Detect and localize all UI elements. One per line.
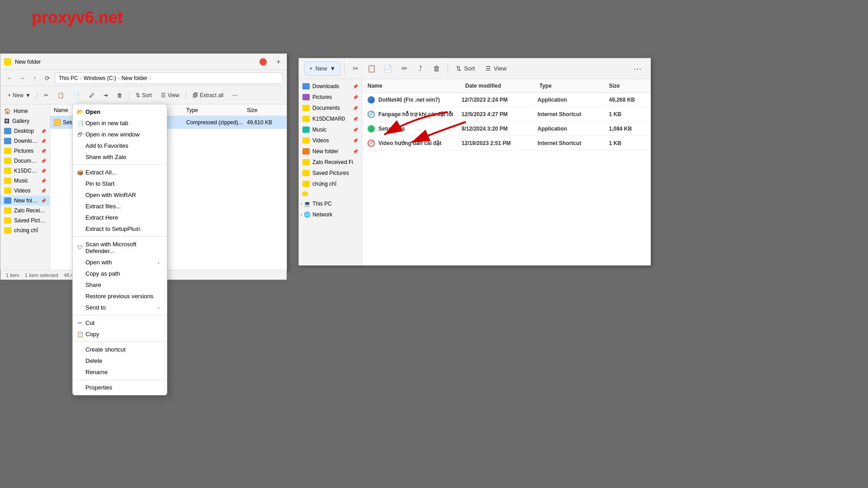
- up-button[interactable]: ↑: [29, 73, 40, 84]
- col-size-header[interactable]: Size: [247, 107, 283, 113]
- view-button[interactable]: ☰ View: [157, 89, 183, 102]
- sidebar2-videos[interactable]: Videos 📌: [299, 135, 362, 146]
- sidebar2-saved[interactable]: Saved Pictures: [299, 168, 362, 178]
- sidebar2-new-folder[interactable]: New folder 📌: [299, 146, 362, 157]
- sidebar-item-saved-pictures[interactable]: Saved Pictures: [0, 216, 50, 225]
- sidebar-item-home[interactable]: 🏠 Home: [0, 106, 50, 116]
- sort-button[interactable]: ⇅ Sort: [132, 89, 156, 102]
- sidebar-item-desktop[interactable]: Desktop 📌: [0, 126, 50, 136]
- paste-button[interactable]: 📄: [70, 89, 84, 102]
- rename-button[interactable]: 🖉: [85, 89, 98, 102]
- file2-size-dotnet: 49,268 KB: [609, 97, 645, 103]
- new-tab-button[interactable]: +: [274, 57, 283, 66]
- forward-button[interactable]: →: [17, 73, 28, 84]
- ctx-rename[interactable]: Rename: [73, 366, 167, 378]
- ctx-restore-versions[interactable]: Restore previous versions: [73, 291, 167, 302]
- sort-btn-2[interactable]: ⇅ Sort: [452, 61, 479, 76]
- ctx-open-new-window[interactable]: 🗗 Open in new window: [73, 129, 167, 140]
- new-button[interactable]: + New ▼: [4, 89, 34, 102]
- file-row2-dotnet[interactable]: DotNet40 (Fix .net win7) 12/7/2023 2:24 …: [362, 93, 651, 107]
- col-type-header[interactable]: Type: [186, 107, 245, 113]
- share-btn-2[interactable]: ⤴: [413, 61, 428, 76]
- breadcrumb-thispc[interactable]: This PC: [59, 75, 78, 81]
- sidebar-item-videos[interactable]: Videos 📌: [0, 186, 50, 196]
- ctx-open-winrar[interactable]: Open with WinRAR: [73, 189, 167, 201]
- delete-button[interactable]: 🗑: [113, 89, 126, 102]
- col2-type-header[interactable]: Type: [539, 83, 607, 89]
- back-button[interactable]: ←: [4, 73, 15, 84]
- ctx-open[interactable]: 📂 Open: [73, 106, 167, 117]
- file-row2-fanpage[interactable]: 🔗 Fanpage hỗ trợ khi cài đặt lỗi 12/5/20…: [362, 107, 651, 122]
- breadcrumb-drive[interactable]: Windows (C:): [84, 75, 116, 81]
- ctx-copy-path[interactable]: Copy as path: [73, 268, 167, 279]
- new-icon-2: +: [309, 65, 313, 72]
- file-row2-video[interactable]: 🔗 Video hướng dẫn cài đặt 12/19/2023 2:5…: [362, 136, 651, 150]
- refresh-button[interactable]: ⟳: [42, 73, 53, 84]
- breadcrumb-folder[interactable]: New folder: [122, 75, 147, 81]
- sidebar-item-gallery[interactable]: 🖼 Gallery: [0, 116, 50, 126]
- sidebar2-thispc-group[interactable]: › 💻 This PC: [299, 198, 362, 209]
- more-options-button[interactable]: ⋯: [229, 89, 241, 102]
- ctx-send-to[interactable]: Send to ›: [73, 302, 167, 313]
- breadcrumb[interactable]: This PC › Windows (C:) › New folder ›: [55, 72, 283, 84]
- ctx-copy[interactable]: 📋 Copy: [73, 328, 167, 340]
- sidebar2-pictures[interactable]: Pictures 📌: [299, 92, 362, 103]
- copy-btn-2[interactable]: 📋: [364, 61, 379, 76]
- ctx-add-favorites[interactable]: Add to Favorites: [73, 140, 167, 151]
- title-bar-1: New folder +: [0, 54, 287, 70]
- col2-size-header[interactable]: Size: [609, 83, 645, 89]
- sidebar-item-k15dcmar0[interactable]: K15DCMAR0 📌: [0, 166, 50, 176]
- ctx-extract-files[interactable]: Extract files...: [73, 201, 167, 212]
- ctx-share[interactable]: Share: [73, 279, 167, 291]
- ctx-share-zalo[interactable]: Share with Zalo: [73, 151, 167, 163]
- ctx-extract-to[interactable]: Extract to SetupPlus\: [73, 223, 167, 235]
- ctx-delete[interactable]: Delete: [73, 355, 167, 366]
- new-button-2[interactable]: + New ▼: [304, 61, 340, 76]
- copy-button[interactable]: 📋: [54, 89, 68, 102]
- ctx-extract-here[interactable]: Extract Here: [73, 212, 167, 223]
- new-label: New: [13, 92, 24, 99]
- folder2-zalo: [302, 159, 310, 165]
- sidebar2-zalo[interactable]: Zalo Received Fi: [299, 157, 362, 168]
- toolbar-1: + New ▼ ✂ 📋 📄 🖉 ➔ 🗑 ⇅ Sort ☰ View 🗐 Extr…: [0, 86, 287, 104]
- sidebar-item-chungchi[interactable]: chứng chỉ: [0, 225, 50, 235]
- cut-button[interactable]: ✂: [40, 89, 52, 102]
- sidebar2-network-group[interactable]: › 🌐 Network: [299, 209, 362, 220]
- paste-btn-2[interactable]: 📄: [381, 61, 395, 76]
- ctx-open-with[interactable]: Open with ›: [73, 257, 167, 268]
- more-btn-2[interactable]: ⋯: [630, 62, 645, 75]
- sidebar-item-pictures[interactable]: Pictures 📌: [0, 146, 50, 156]
- ctx-properties[interactable]: Properties: [73, 382, 167, 393]
- col2-name-header[interactable]: Name: [368, 83, 463, 89]
- ctx-cut[interactable]: ✂ Cut: [73, 317, 167, 328]
- col2-modified-header[interactable]: Date modified: [465, 83, 538, 89]
- ctx-open-new-tab[interactable]: 📑 Open in new tab: [73, 117, 167, 129]
- delete-btn-2[interactable]: 🗑: [429, 61, 444, 76]
- sidebar2-k15[interactable]: K15DCMAR0 📌: [299, 113, 362, 124]
- extract-all-button[interactable]: 🗐 Extract all: [189, 89, 227, 102]
- cut-btn-2[interactable]: ✂: [348, 61, 363, 76]
- file2-name-fanpage: Fanpage hỗ trợ khi cài đặt lỗi: [378, 111, 458, 117]
- folder2-newfolder: [302, 148, 310, 155]
- sidebar2-small[interactable]: [299, 189, 362, 198]
- file-row2-setupplus[interactable]: SetupPlus 8/12/2024 3:20 PM Application …: [362, 122, 651, 136]
- ctx-create-shortcut[interactable]: Create shortcut: [73, 344, 167, 355]
- sidebar-item-downloads[interactable]: Downloads 📌: [0, 136, 50, 146]
- close-button[interactable]: [259, 58, 267, 66]
- sidebar-item-documents[interactable]: Documents 📌: [0, 156, 50, 166]
- sidebar-item-zalo[interactable]: Zalo Received Fi: [0, 206, 50, 216]
- ctx-pin-start[interactable]: Pin to Start: [73, 178, 167, 189]
- view-btn-2[interactable]: ☰ View: [481, 61, 511, 76]
- new-icon: +: [8, 92, 11, 99]
- sidebar-item-music[interactable]: Music 📌: [0, 176, 50, 186]
- sidebar2-downloads[interactable]: Downloads 📌: [299, 81, 362, 92]
- share-button[interactable]: ➔: [100, 89, 112, 102]
- folder2-pictures: [302, 94, 310, 100]
- ctx-scan-defender[interactable]: 🛡 Scan with Microsoft Defender...: [73, 239, 167, 257]
- ctx-extract-all[interactable]: 📦 Extract All...: [73, 167, 167, 178]
- sidebar-item-new-folder[interactable]: New folder 📌: [0, 196, 50, 206]
- sidebar2-chungchi[interactable]: chứng chỉ: [299, 178, 362, 189]
- sidebar2-documents[interactable]: Documents 📌: [299, 103, 362, 113]
- rename-btn-2[interactable]: ✏: [397, 61, 411, 76]
- sidebar2-music[interactable]: Music 📌: [299, 124, 362, 135]
